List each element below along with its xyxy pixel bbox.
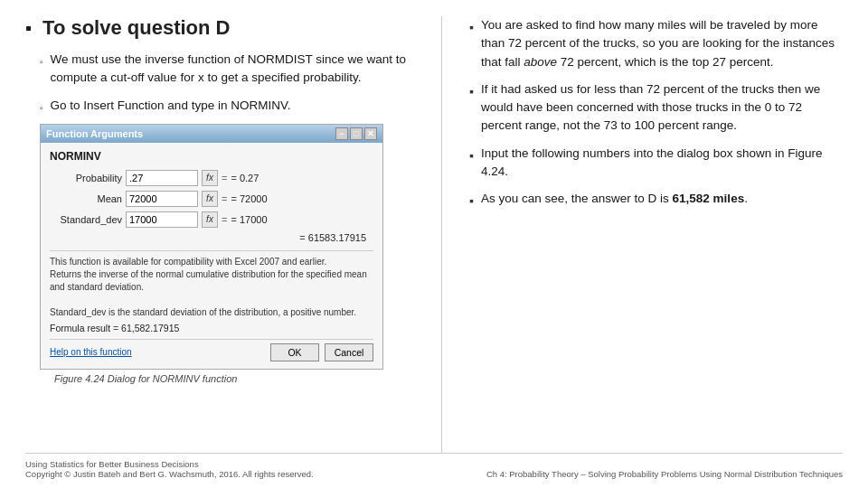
dialog-title: Function Arguments (46, 128, 143, 139)
right-bullet-2-text: If it had asked us for less than 72 perc… (481, 80, 843, 136)
right-bullet-4-text: As you can see, the answer to D is 61,58… (481, 190, 843, 208)
right-bullet-1-text: You are asked to find how many miles wil… (481, 16, 843, 71)
dialog-formula-output: = 61583.17915 (50, 232, 366, 243)
prob-result: = 0.27 (231, 173, 259, 183)
cancel-button[interactable]: Cancel (325, 343, 373, 361)
prob-label: Probability (50, 173, 122, 183)
left-column: ▪ To solve question D ▫ We must use the … (25, 16, 414, 453)
figure-caption: Figure 4.24 Dialog for NORMINV function (54, 373, 414, 384)
right-bullet-2-icon: ▪ (469, 82, 474, 101)
footer-right: Ch 4: Probability Theory – Solving Proba… (486, 469, 843, 479)
right-bullet-4-icon: ▪ (469, 192, 474, 211)
mean-result: = 72000 (231, 193, 267, 204)
desc-1: This function is available for compatibi… (50, 256, 373, 268)
right-bullet-1-icon: ▪ (469, 18, 474, 37)
dialog-action-buttons: OK Cancel (270, 343, 373, 361)
dialog-bottom: Help on this function OK Cancel (50, 339, 373, 361)
stdev-fx-icon[interactable]: fx (202, 211, 218, 228)
sub-bullet-1: ▫ We must use the inverse function of NO… (40, 51, 414, 88)
right-bullet-3-text: Input the following numbers into the dia… (481, 145, 843, 182)
right-column: ▪ You are asked to find how many miles w… (469, 16, 843, 453)
dialog-row-mean: Mean fx = = 72000 (50, 191, 373, 207)
answer-bold: 61,582 miles (673, 192, 745, 205)
minimize-button[interactable]: − (335, 127, 348, 140)
stdev-result: = 17000 (231, 214, 267, 225)
stdev-input[interactable] (126, 211, 198, 228)
formula-result-label: Formula result = (50, 323, 118, 333)
mean-fx-icon[interactable]: fx (202, 191, 218, 207)
dialog-description: This function is available for compatibi… (50, 250, 373, 319)
maximize-button[interactable]: □ (350, 127, 363, 140)
sub-bullet-2: ▫ Go to Insert Function and type in NORM… (40, 97, 414, 115)
sub-bullet-1-text: We must use the inverse function of NORM… (51, 51, 414, 88)
right-bullet-1: ▪ You are asked to find how many miles w… (469, 16, 843, 71)
prob-equals: = (222, 173, 227, 183)
stdev-label: Standard_dev (50, 214, 122, 225)
sub-bullet-2-text: Go to Insert Function and type in NORMIN… (51, 97, 414, 115)
right-bullet-3-icon: ▪ (469, 146, 474, 165)
mean-label: Mean (50, 193, 122, 204)
page: ▪ To solve question D ▫ We must use the … (0, 0, 868, 488)
dialog-body: NORMINV Probability fx = = 0.27 Mean (41, 143, 382, 369)
mean-input[interactable] (126, 191, 198, 207)
right-bullet-3: ▪ Input the following numbers into the d… (469, 145, 843, 182)
right-bullet-4: ▪ As you can see, the answer to D is 61,… (469, 190, 843, 211)
right-bullet-2: ▪ If it had asked us for less than 72 pe… (469, 80, 843, 136)
dialog-row-probability: Probability fx = = 0.27 (50, 170, 373, 186)
prob-fx-icon[interactable]: fx (202, 170, 218, 186)
dialog-formula-result: Formula result = 61,582.17915 (50, 323, 373, 333)
dialog-func-name: NORMINV (50, 150, 373, 163)
column-divider (441, 16, 442, 453)
footer: Using Statistics for Better Business Dec… (25, 453, 843, 479)
right-bullets: ▪ You are asked to find how many miles w… (469, 16, 843, 211)
dialog-box: Function Arguments − □ ✕ NORMINV Probabi… (40, 124, 383, 370)
sub-bullet-2-icon: ▫ (40, 101, 43, 115)
desc-2: Returns the inverse of the normal cumula… (50, 268, 373, 294)
footer-left: Using Statistics for Better Business Dec… (25, 459, 314, 479)
section-title: ▪ To solve question D (25, 16, 414, 40)
close-button[interactable]: ✕ (364, 127, 377, 140)
title-bullet: ▪ (25, 19, 32, 37)
formula-result-value: 61,582.17915 (121, 323, 179, 333)
dialog-titlebar: Function Arguments − □ ✕ (41, 125, 382, 143)
mean-equals: = (222, 193, 227, 204)
prob-input[interactable] (126, 170, 198, 186)
ok-button[interactable]: OK (270, 343, 319, 361)
formula-output-value: = 61583.17915 (299, 232, 366, 243)
dialog-container: Function Arguments − □ ✕ NORMINV Probabi… (40, 124, 414, 384)
help-link[interactable]: Help on this function (50, 347, 132, 357)
stdev-equals: = (222, 214, 227, 225)
above-italic: above (524, 55, 557, 69)
dialog-row-stdev: Standard_dev fx = = 17000 (50, 211, 373, 228)
sub-bullets: ▫ We must use the inverse function of NO… (40, 51, 414, 115)
content-area: ▪ To solve question D ▫ We must use the … (25, 16, 843, 453)
page-title: To solve question D (42, 16, 230, 40)
dialog-controls: − □ ✕ (335, 127, 377, 140)
sub-bullet-1-icon: ▫ (40, 55, 43, 69)
desc-3: Standard_dev is the standard deviation o… (50, 306, 373, 319)
